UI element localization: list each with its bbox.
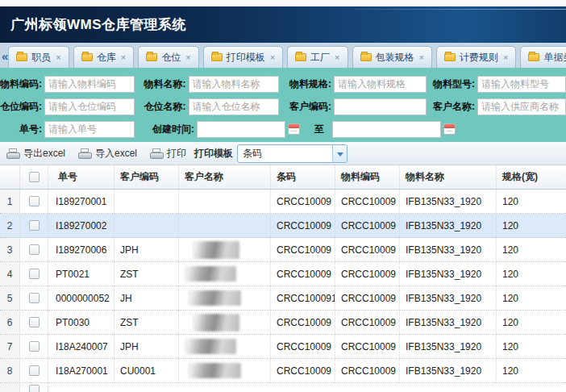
tab-label: 计费规则: [460, 51, 498, 65]
calendar-icon[interactable]: [288, 123, 300, 135]
tab-close-icon[interactable]: ×: [56, 52, 60, 62]
cell-order-no: 0000000052: [48, 286, 114, 310]
tab-billing-rules[interactable]: 计费规则 ×: [436, 46, 516, 68]
col-header-spec-width[interactable]: 规格(宽): [497, 165, 566, 189]
select-all-checkbox[interactable]: [29, 172, 40, 182]
cell-material-code: CRCC10009: [335, 335, 400, 358]
row-number: 2: [0, 214, 20, 237]
material-code-label: 物料编码:: [0, 77, 42, 91]
tab-document-type[interactable]: 单据类型 ×: [520, 46, 566, 68]
row-checkbox[interactable]: [29, 365, 40, 376]
col-header-order-no[interactable]: 单号: [48, 165, 114, 189]
col-header-material-code[interactable]: 物料编码: [335, 165, 400, 189]
folder-icon: [211, 53, 223, 61]
cell-spec-width: 120: [497, 311, 566, 334]
cell-material-code: CRCC10009: [335, 214, 400, 237]
customer-name-input[interactable]: [477, 98, 566, 115]
cell-spec-width: 120: [497, 335, 566, 358]
customer-code-input[interactable]: [334, 98, 427, 115]
table-row[interactable]: 6 PT0030 ZST CRCC10009 CRCC10009 IFB135N…: [0, 311, 566, 335]
cell-barcode: CRCC10009: [271, 359, 335, 382]
create-time-from-input[interactable]: [197, 121, 285, 138]
material-spec-input[interactable]: [334, 76, 427, 93]
tab-close-icon[interactable]: ×: [121, 52, 126, 62]
censored-block: [193, 241, 239, 259]
folder-icon: [444, 53, 456, 61]
export-excel-button[interactable]: 导出excel: [6, 147, 65, 161]
cell-customer-code: CU0001: [114, 359, 179, 382]
col-header-material-name[interactable]: 物料名称: [400, 165, 497, 189]
table-row-partial[interactable]: [0, 383, 566, 392]
print-button[interactable]: 打印: [150, 147, 186, 161]
tab-label: 包装规格: [376, 51, 414, 65]
cell-spec-width: 120: [497, 359, 566, 382]
tab-warehouse[interactable]: 仓库 ×: [73, 46, 134, 68]
select-all-cell: [20, 165, 48, 189]
bin-code-label: 仓位编码:: [0, 100, 42, 114]
cell-barcode: CRCC10009: [271, 311, 335, 334]
tab-staff[interactable]: 职员 ×: [8, 46, 69, 68]
tab-bin[interactable]: 仓位 ×: [138, 46, 198, 68]
col-header-customer-name[interactable]: 客户名称: [179, 165, 271, 189]
row-number: 6: [0, 311, 20, 334]
cell-customer-name-censored: [179, 238, 271, 261]
cell-material-name: IFB135N33_1920: [400, 286, 497, 310]
row-checkbox[interactable]: [29, 385, 40, 392]
tab-scroll-left-icon[interactable]: «: [2, 49, 8, 68]
filter-form: 物料编码: 物料名称: 物料规格: 物料型号: 仓位编码: 仓位名称: 客户编码…: [0, 68, 566, 142]
material-model-input[interactable]: [477, 76, 566, 93]
row-number: 3: [0, 238, 20, 261]
col-header-customer-code[interactable]: 客户编码: [114, 165, 179, 189]
cell-customer-code: [114, 190, 179, 213]
row-checkbox[interactable]: [29, 293, 40, 303]
app-header: 广州标领WMS仓库管理系统: [0, 6, 566, 43]
bin-code-input[interactable]: [44, 98, 135, 115]
cell-customer-code: JPH: [114, 238, 179, 261]
table-row[interactable]: 3 I189270006 JPH CRCC10009 CRCC10009 IFB…: [0, 238, 566, 262]
tab-factory[interactable]: 工厂 ×: [287, 46, 348, 68]
tab-close-icon[interactable]: ×: [185, 52, 190, 62]
cell-barcode: CRCC10009: [271, 262, 335, 286]
create-time-to-input[interactable]: [332, 121, 441, 138]
browser-chrome-strip: [0, 0, 566, 6]
material-name-input[interactable]: [189, 76, 279, 93]
material-code-input[interactable]: [44, 76, 135, 93]
row-checkbox[interactable]: [29, 220, 40, 231]
row-checkbox[interactable]: [29, 317, 40, 327]
table-row[interactable]: 7 I18A240007 JPH CRCC10009 CRCC10009 IFB…: [0, 335, 566, 359]
table-row[interactable]: 5 0000000052 JH CRCC100091 CRCC10009 IFB…: [0, 286, 566, 311]
cell-customer-code: ZST: [114, 311, 179, 334]
tab-print-template[interactable]: 打印模板 ×: [203, 46, 283, 68]
table-row[interactable]: 8 I18A270001 CU0001 CRCC10009 CRCC10009 …: [0, 359, 566, 383]
import-excel-label: 导入excel: [95, 147, 137, 161]
folder-icon: [360, 53, 372, 61]
bin-name-input[interactable]: [189, 98, 279, 115]
calendar-icon[interactable]: [443, 123, 456, 135]
tab-close-icon[interactable]: ×: [335, 52, 339, 62]
cell-spec-width: 120: [497, 286, 566, 310]
print-template-select[interactable]: 条码: [237, 144, 348, 163]
import-excel-button[interactable]: 导入excel: [78, 147, 137, 161]
table-row-selected[interactable]: 2 I189270002 CRCC10009 CRCC10009 IFB135N…: [0, 214, 566, 238]
order-no-input[interactable]: [44, 121, 135, 138]
row-number: 1: [0, 190, 20, 213]
cell-customer-name-censored: [179, 311, 271, 334]
table-row[interactable]: 4 PT0021 ZST CRCC10009 CRCC10009 IFB135N…: [0, 262, 566, 286]
tab-close-icon[interactable]: ×: [503, 52, 508, 62]
col-header-barcode[interactable]: 条码: [271, 165, 335, 189]
table-row[interactable]: 1 I189270001 CRCC10009 CRCC10009 IFB135N…: [0, 190, 566, 214]
cell-order-no: PT0021: [48, 262, 114, 286]
cell-material-name: IFB135N33_1920: [400, 262, 497, 286]
tab-close-icon[interactable]: ×: [419, 52, 424, 62]
tab-packaging-spec[interactable]: 包装规格 ×: [352, 46, 432, 68]
row-checkbox[interactable]: [29, 269, 40, 279]
row-checkbox[interactable]: [29, 196, 40, 206]
row-checkbox[interactable]: [29, 244, 40, 255]
cell-spec-width: 120: [497, 238, 566, 261]
tab-label: 单据类型: [543, 51, 566, 65]
chevron-down-icon[interactable]: [332, 145, 347, 162]
folder-icon: [81, 53, 93, 61]
printer-icon: [150, 148, 164, 159]
row-checkbox[interactable]: [29, 341, 40, 352]
tab-close-icon[interactable]: ×: [270, 52, 275, 62]
